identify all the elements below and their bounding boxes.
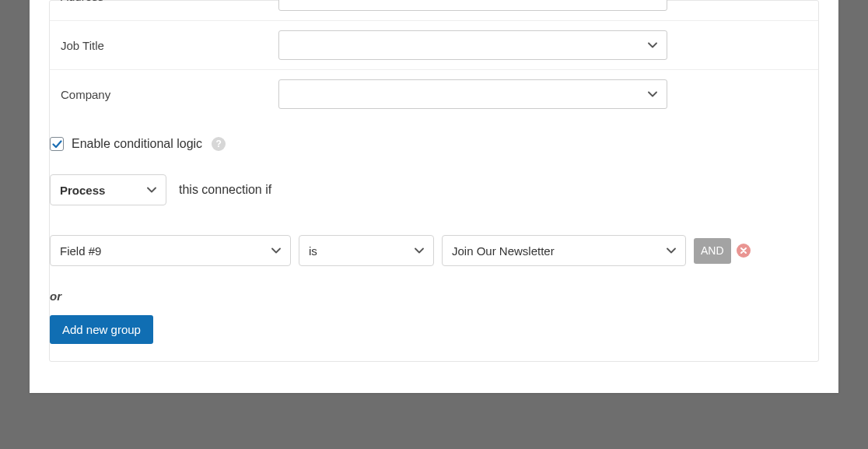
- field-mapping-table: Website Address Job Title: [50, 0, 818, 118]
- field-label-jobtitle: Job Title: [61, 39, 278, 52]
- action-select-value: Process: [60, 184, 105, 197]
- process-row: Process this connection if: [50, 174, 818, 205]
- action-select[interactable]: Process: [50, 174, 166, 205]
- chevron-down-icon: [147, 187, 156, 193]
- chevron-down-icon: [271, 247, 281, 254]
- rule-operator-value: is: [309, 244, 317, 258]
- conditional-checkbox[interactable]: [50, 137, 64, 151]
- and-button[interactable]: AND: [694, 238, 731, 264]
- rule-field-select[interactable]: Field #9: [50, 235, 291, 266]
- rule-value-select[interactable]: Join Our Newsletter: [442, 235, 686, 266]
- rule-row: Field #9 is Join Our Newsletter: [50, 235, 818, 266]
- rule-value-text: Join Our Newsletter: [452, 244, 555, 258]
- rule-field-value: Field #9: [60, 244, 101, 258]
- field-select-address[interactable]: [278, 0, 667, 11]
- conditional-logic-section: Enable conditional logic ? Process this …: [50, 118, 818, 344]
- field-row-company: Company: [50, 70, 818, 118]
- help-icon[interactable]: ?: [212, 137, 226, 151]
- or-separator: or: [50, 289, 818, 303]
- chevron-down-icon: [648, 42, 657, 48]
- conditional-label: Enable conditional logic: [72, 137, 202, 151]
- main-frame: Website Address Job Title: [30, 0, 838, 393]
- add-group-button[interactable]: Add new group: [50, 315, 153, 344]
- field-label-company: Company: [61, 88, 278, 101]
- field-row-address: Address: [50, 0, 818, 21]
- chevron-down-icon: [415, 247, 424, 254]
- field-label-address: Address: [61, 0, 278, 3]
- field-row-jobtitle: Job Title: [50, 21, 818, 70]
- settings-panel: Website Address Job Title: [49, 0, 819, 362]
- chevron-down-icon: [667, 247, 676, 254]
- close-icon: [740, 247, 747, 254]
- chevron-down-icon: [648, 91, 657, 97]
- field-select-company[interactable]: [278, 79, 667, 109]
- field-select-jobtitle[interactable]: [278, 30, 667, 60]
- process-suffix: this connection if: [179, 183, 271, 197]
- rule-operator-select[interactable]: is: [299, 235, 434, 266]
- conditional-toggle-row: Enable conditional logic ?: [50, 137, 818, 151]
- remove-rule-button[interactable]: [737, 244, 751, 258]
